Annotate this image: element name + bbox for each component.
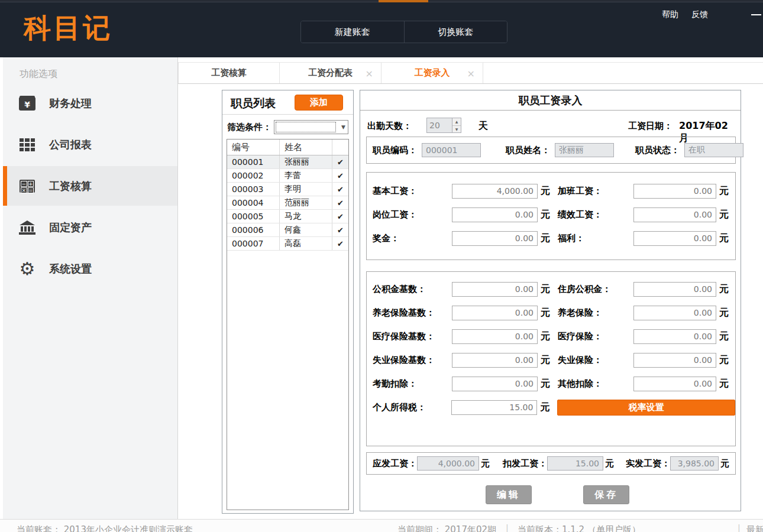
employee-name-field[interactable] [555,143,614,157]
field-row: 基本工资： 元 加班工资： 元 [367,179,735,203]
other-deduction-field[interactable] [633,377,716,391]
employee-list-panel: 职员列表 添加 筛选条件： ▼ 编号 姓名 000001 张丽丽 ✔ 00000… [222,90,354,514]
help-link[interactable]: 帮助 [662,9,678,20]
spin-up-icon[interactable]: ▲ [452,118,461,126]
tab-label: 工资录入 [415,67,450,79]
unit-label: 元 [538,330,555,343]
unemployment-base-label: 失业保险基数： [373,355,452,366]
field-row: 考勤扣除： 元 其他扣除： 元 [367,372,735,395]
window-top-edge [0,0,763,2]
unit-label: 元 [538,354,555,366]
employee-status-field[interactable] [684,143,743,157]
calculator-icon: −+×= [18,178,36,194]
new-account-button[interactable]: 新建账套 [301,21,404,43]
save-button[interactable]: 保存 [583,485,629,504]
employee-name: 马龙 [280,210,332,223]
bonus-field[interactable] [452,231,538,246]
check-icon: ✔ [337,239,344,248]
deducted-salary-field[interactable] [547,456,603,471]
unemployment-field[interactable] [633,353,716,368]
gear-icon: ⚙ [18,261,36,277]
sidebar-item-label: 固定资产 [49,220,92,235]
check-icon: ✔ [337,185,344,194]
employee-code-field[interactable] [422,143,481,157]
attendance-row: 出勤天数： ▲ ▼ 天 工资日期： 2017年02月 [367,118,733,134]
unit-label: 元 [538,378,555,390]
focus-rect [276,122,336,132]
status-separator: | [738,523,741,532]
unit-label: 元 [537,401,555,414]
fund-base-field[interactable] [452,282,538,297]
sidebar-item-label: 公司报表 [49,138,92,152]
status-current-account: 当前账套： 2013年小企业会计准则演示账套 [17,524,193,532]
unit-label: 元 [716,378,734,390]
salary-entry-panel: 职员工资录入 出勤天数： ▲ ▼ 天 工资日期： 2017年02月 职员编码： … [360,90,741,511]
column-header-check [332,140,348,155]
table-row[interactable]: 000003 李明 ✔ [227,183,348,196]
table-row[interactable]: 000001 张丽丽 ✔ [227,155,348,169]
column-header-id: 编号 [227,140,280,155]
overtime-pay-field[interactable] [633,184,716,199]
tab-salary-allocation[interactable]: 工资分配表 × [280,63,382,83]
attendance-deduction-field[interactable] [452,377,538,391]
table-row[interactable]: 000004 范丽丽 ✔ [227,196,348,210]
background-window-fragment [379,0,428,2]
field-row: 失业保险基数： 元 失业保险： 元 [367,348,735,372]
pension-base-field[interactable] [452,306,538,320]
unit-label: 元 [716,354,734,366]
tab-salary-entry[interactable]: 工资录入 × [382,63,483,83]
employee-name: 李蕾 [280,169,332,182]
sidebar-item-settings[interactable]: ⚙ 系统设置 [3,255,177,283]
sidebar-item-fixed-assets[interactable]: 固定资产 [3,213,177,242]
employee-name-label: 职员姓名： [506,145,550,156]
post-salary-label: 岗位工资： [373,209,452,220]
status-current-version: 当前版本：1.1.2 （单用户版） [518,524,641,532]
other-deduction-label: 其他扣除： [558,378,633,390]
status-latest-version: 最新版本：1.1.2 [746,524,763,532]
field-row: 个人所得税： 元 税率设置 [367,395,735,419]
welfare-label: 福利： [558,233,633,244]
sidebar-item-finance[interactable]: ¥ 财务处理 [3,89,177,118]
unemployment-base-field[interactable] [452,353,538,368]
summary-box: 应发工资： 元 扣发工资： 元 实发工资： 元 [366,452,736,475]
table-row[interactable]: 000005 马龙 ✔ [227,210,348,223]
sidebar-item-payroll[interactable]: −+×= 工资核算 [3,166,177,206]
medical-field[interactable] [633,329,716,344]
fund-base-label: 公积金基数： [373,284,452,295]
table-row[interactable]: 000007 高磊 ✔ [227,237,348,251]
table-row[interactable]: 000006 何鑫 ✔ [227,223,348,237]
income-tax-field[interactable] [451,400,537,415]
feedback-link[interactable]: 反馈 [691,9,708,20]
switch-account-button[interactable]: 切换账套 [404,21,507,43]
spin-down-icon[interactable]: ▼ [452,126,461,133]
sidebar-item-reports[interactable]: 公司报表 [3,131,177,159]
income-tax-label: 个人所得税： [373,402,451,413]
tax-rate-settings-button[interactable]: 税率设置 [557,400,735,416]
close-icon[interactable]: × [366,67,373,79]
sidebar-title: 功能选项 [20,68,57,80]
base-salary-field[interactable] [452,184,538,199]
chevron-down-icon[interactable]: ▼ [341,124,345,130]
overtime-pay-label: 加班工资： [558,186,633,197]
post-salary-field[interactable] [452,207,538,222]
housing-fund-field[interactable] [633,282,716,297]
gross-salary-field[interactable] [417,456,479,471]
pension-label: 养老保险： [558,307,633,319]
close-icon[interactable]: × [467,67,475,79]
medical-base-field[interactable] [452,329,538,344]
pension-field[interactable] [633,306,716,320]
performance-pay-field[interactable] [633,207,716,222]
employee-info-box: 职员编码： 职员姓名： 职员状态： [366,137,736,164]
field-row: 岗位工资： 元 绩效工资： 元 [367,203,735,226]
net-salary-field[interactable] [670,456,719,471]
welfare-field[interactable] [633,231,716,246]
tab-payroll[interactable]: 工资核算 [178,63,280,83]
sidebar-item-label: 系统设置 [49,262,92,276]
add-employee-button[interactable]: 添加 [295,95,343,111]
minimize-icon[interactable] [751,14,761,15]
edit-button[interactable]: 编辑 [486,485,532,504]
filter-dropdown[interactable]: ▼ [274,120,348,134]
table-row[interactable]: 000002 李蕾 ✔ [227,169,348,183]
status-current-period: 当前期间： 2017年02期 [397,524,496,532]
attendance-input[interactable] [426,118,452,133]
